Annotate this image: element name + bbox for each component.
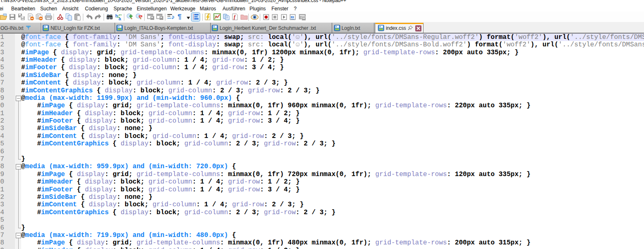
- svg-text:a: a: [119, 16, 121, 21]
